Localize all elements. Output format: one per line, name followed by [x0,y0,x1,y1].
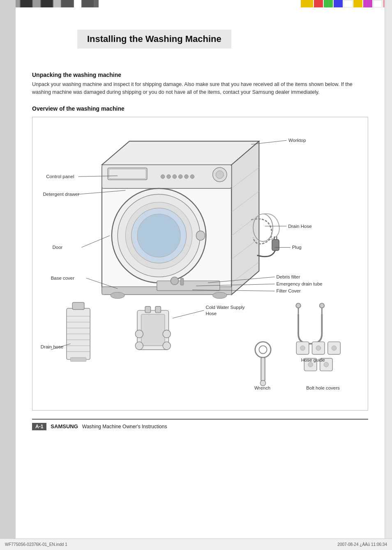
base-cover-label: Base cover [51,275,75,280]
control-panel-label: Control panel [46,174,74,179]
washing-machine-illustration [102,141,279,298]
cold-water-label2: Hose [205,311,217,316]
footer-description: Washing Machine Owner's Instructions [82,424,167,429]
bolt-hole-covers-item [296,341,340,371]
svg-point-40 [163,330,171,338]
svg-point-4 [161,174,165,179]
footer-brand: SAMSUNG [51,423,78,429]
unpacking-section: Unpacking the washing machine Unpack you… [32,72,368,96]
diagram-svg: Worktop Control panel Detergent drawer D… [39,125,361,401]
footer-left: WF7750S6-02376K-01_EN.indd 1 [5,542,67,547]
svg-point-41 [135,341,143,349]
svg-point-24 [171,277,178,285]
svg-point-8 [184,174,189,179]
svg-rect-51 [72,302,84,309]
svg-point-42 [163,341,171,349]
svg-rect-13 [109,169,146,179]
svg-point-70 [324,362,328,367]
svg-rect-38 [155,306,161,312]
overview-heading: Overview of the washing machine [32,105,368,112]
footer-page-num: A-1 [32,423,46,430]
svg-rect-59 [261,357,265,381]
svg-rect-19 [196,231,205,240]
svg-point-56 [320,303,324,308]
bottom-bar: WF7750S6-02376K-01_EN.indd 1 2007-08-24 … [0,538,392,550]
svg-point-58 [259,346,267,353]
page-footer: A-1 SAMSUNG Washing Machine Owner's Inst… [32,419,368,434]
svg-point-9 [190,174,194,179]
cold-water-hose [135,306,171,349]
hose-guide-label: Hose guide [301,357,325,362]
unpacking-heading: Unpacking the washing machine [32,72,368,78]
drain-hose-item [67,302,90,361]
footer-right: 2007-08-24 ¿ÀÀü 11:06:34 [337,542,387,547]
bolt-hole-covers-label: Bolt hole covers [306,385,340,390]
svg-point-62 [300,346,305,350]
drain-hose-right-label: Drain Hose [288,223,311,228]
svg-point-22 [213,292,227,298]
filter-cover-label: Filter Cover [276,288,300,293]
worktop-label: Worktop [288,138,306,143]
unpacking-body: Unpack your washing machine and inspect … [32,81,368,96]
svg-point-55 [296,303,300,308]
detergent-drawer-label: Detergent drawer [43,192,80,197]
drain-hose-bottom-label: Drain hose [41,344,63,349]
svg-point-11 [216,170,224,178]
page-title: Installing the Washing Machine [77,30,231,49]
cold-water-label: Cold Water Supply [205,304,244,309]
svg-point-7 [178,174,182,179]
svg-point-66 [332,346,336,350]
emergency-drain-label: Emergency drain tube [276,281,322,286]
svg-point-39 [135,330,143,338]
svg-rect-27 [272,239,279,251]
svg-rect-25 [180,278,184,285]
wrench-label: Wrench [254,385,270,390]
wrench-item [255,341,271,385]
door-label: Door [53,245,63,250]
svg-point-68 [308,362,313,367]
hose-guide-item [296,303,324,343]
svg-line-81 [173,310,204,318]
diagram-box: Worktop Control panel Detergent drawer D… [32,117,368,411]
svg-rect-36 [141,314,165,345]
svg-rect-37 [145,306,150,312]
plug-label: Plug [292,245,302,250]
left-sidebar [0,0,16,550]
debris-filter-label: Debris filter [276,274,300,279]
right-sidebar [385,0,392,550]
svg-rect-52 [70,357,86,362]
svg-point-18 [137,214,180,257]
overview-section: Overview of the washing machine [32,105,368,411]
svg-point-64 [316,346,321,350]
svg-point-57 [255,341,271,357]
svg-point-21 [111,292,125,298]
svg-point-5 [167,174,171,179]
svg-point-6 [173,174,177,179]
svg-point-60 [260,380,265,385]
